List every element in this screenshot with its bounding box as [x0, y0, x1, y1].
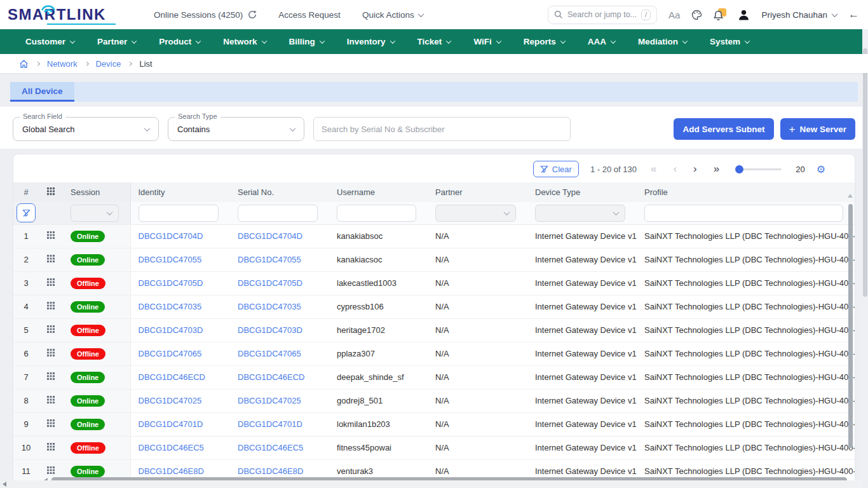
serial-link[interactable]: DBCG1DC47035 — [238, 302, 301, 311]
clear-filters-button[interactable]: Clear — [533, 161, 579, 177]
vertical-scroll-thumb[interactable] — [848, 204, 853, 448]
partner-filter-select[interactable] — [435, 205, 516, 222]
nav-item[interactable]: Customer — [25, 37, 74, 46]
session-filter-select[interactable] — [71, 205, 119, 222]
row-actions-grid-icon[interactable] — [47, 325, 55, 333]
nav-item[interactable]: System — [710, 37, 749, 46]
smartlink-logo[interactable]: SMARTLINK — [8, 7, 122, 22]
pagination-next-button[interactable]: › — [691, 163, 700, 175]
serial-search-input[interactable] — [313, 117, 571, 141]
partner-cell: N/A — [428, 295, 527, 318]
row-actions-grid-icon[interactable] — [47, 466, 55, 474]
identity-link[interactable]: DBCG1DC46E8D — [139, 466, 204, 476]
row-number: 10 — [13, 436, 39, 459]
nav-item[interactable]: Inventory — [347, 37, 395, 46]
identity-filter-input[interactable] — [139, 205, 219, 222]
serial-link[interactable]: DBCG1DC4703D — [238, 325, 302, 335]
home-icon[interactable] — [19, 59, 29, 69]
serial-link[interactable]: DBCG1DC46ECD — [238, 372, 304, 382]
serial-link[interactable]: DBCG1DC4701D — [238, 419, 302, 429]
device-type-filter-select[interactable] — [535, 205, 625, 222]
nav-item[interactable]: WiFi — [473, 37, 500, 46]
serial-link[interactable]: DBCG1DC47055 — [238, 255, 301, 264]
row-actions-grid-icon[interactable] — [47, 419, 55, 427]
username-filter-input[interactable] — [337, 205, 416, 222]
notifications-bell-icon[interactable] — [714, 8, 726, 21]
identity-link[interactable]: DBCG1DC46ECD — [139, 372, 205, 382]
identity-link[interactable]: DBCG1DC4703D — [139, 325, 203, 335]
breadcrumb-device[interactable]: Device — [96, 59, 121, 69]
page-scroll-left-arrow[interactable] — [3, 482, 6, 487]
add-servers-subnet-button[interactable]: Add Servers Subnet — [674, 118, 773, 140]
nav-item[interactable]: Ticket — [417, 37, 451, 46]
identity-link[interactable]: DBCG1DC47035 — [139, 302, 202, 311]
serial-link[interactable]: DBCG1DC47065 — [238, 349, 301, 358]
row-actions-grid-icon[interactable] — [47, 255, 55, 262]
identity-link[interactable]: DBCG1DC4704D — [139, 231, 203, 241]
row-actions-grid-icon[interactable] — [47, 349, 55, 356]
chevron-down-icon — [320, 38, 325, 43]
serial-link[interactable]: DBCG1DC46EC5 — [238, 443, 303, 452]
serial-link[interactable]: DBCG1DC47025 — [238, 396, 301, 405]
search-type-select[interactable]: Search Type Contains — [168, 117, 304, 141]
settings-gear-icon[interactable]: ⚙ — [817, 163, 825, 175]
font-size-toggle[interactable]: Aa — [668, 10, 680, 20]
theme-palette-icon[interactable] — [691, 10, 702, 20]
serial-link[interactable]: DBCG1DC46E8D — [238, 466, 303, 476]
table-vertical-scrollbar[interactable] — [848, 194, 853, 471]
serial-link[interactable]: DBCG1DC4704D — [238, 231, 302, 241]
nav-item[interactable]: Reports — [524, 37, 565, 46]
row-actions-grid-icon[interactable] — [47, 231, 55, 239]
page-horizontal-scrollbar[interactable] — [0, 480, 862, 488]
scroll-up-arrow[interactable] — [848, 194, 853, 198]
pagination-prev-button[interactable]: ‹ — [670, 163, 679, 175]
new-server-button[interactable]: + New Server — [780, 118, 855, 140]
user-avatar[interactable] — [738, 9, 750, 21]
page-vertical-scroll-thumb[interactable] — [863, 48, 867, 297]
nav-item[interactable]: Billing — [289, 37, 324, 46]
nav-item[interactable]: Product — [159, 37, 200, 46]
nav-item[interactable]: Mediation — [638, 37, 687, 46]
row-number: 2 — [13, 248, 39, 271]
search-field-select[interactable]: Search Field Global Search — [13, 117, 159, 141]
nav-item[interactable]: Partner — [97, 37, 136, 46]
session-status-badge: Online — [71, 395, 105, 407]
nav-item[interactable]: Network — [223, 37, 266, 46]
row-actions-grid-icon[interactable] — [47, 278, 55, 286]
identity-link[interactable]: DBCG1DC47025 — [139, 396, 202, 405]
pagination-last-button[interactable]: » — [711, 163, 722, 175]
identity-link[interactable]: DBCG1DC47065 — [139, 349, 202, 358]
partner-cell: N/A — [428, 271, 527, 295]
column-filter-button[interactable] — [17, 203, 36, 222]
serial-filter-input[interactable] — [238, 205, 318, 222]
pagination-first-button[interactable]: « — [648, 163, 659, 175]
page-size-slider[interactable] — [736, 168, 782, 170]
row-actions-grid-icon[interactable] — [47, 302, 55, 309]
row-actions-grid-icon[interactable] — [47, 372, 55, 380]
serial-link[interactable]: DBCG1DC4705D — [238, 278, 302, 288]
identity-link[interactable]: DBCG1DC4705D — [139, 278, 203, 288]
row-actions-grid-icon[interactable] — [47, 396, 55, 403]
identity-link[interactable]: DBCG1DC47055 — [139, 255, 202, 264]
identity-link[interactable]: DBCG1DC46EC5 — [139, 443, 204, 452]
username-cell: fitness45powai — [329, 436, 428, 459]
access-request-link[interactable]: Access Request — [278, 10, 341, 20]
slider-handle[interactable] — [735, 165, 743, 173]
username-cell: kanakiabsoc — [329, 224, 428, 248]
breadcrumb-separator — [36, 61, 40, 65]
user-menu[interactable]: Priyesh Chauhan — [761, 10, 837, 20]
refresh-icon[interactable] — [248, 10, 257, 19]
page-vertical-scrollbar[interactable] — [862, 29, 868, 480]
profile-filter-input[interactable] — [644, 205, 843, 222]
chevron-down-icon — [611, 38, 616, 43]
nav-item[interactable]: AAA — [588, 37, 615, 46]
tab-all-device[interactable]: All Device — [10, 82, 74, 102]
identity-link[interactable]: DBCG1DC4701D — [139, 419, 203, 429]
global-search-input[interactable]: Search or jump to... / — [548, 6, 657, 24]
row-actions-grid-icon[interactable] — [47, 443, 55, 451]
breadcrumb-network[interactable]: Network — [47, 59, 78, 69]
username-cell: deepak_shinde_sf — [329, 365, 428, 389]
back-arrow-icon[interactable]: ← — [848, 8, 859, 21]
quick-actions-menu[interactable]: Quick Actions — [362, 10, 423, 20]
row-number: 8 — [13, 389, 39, 412]
